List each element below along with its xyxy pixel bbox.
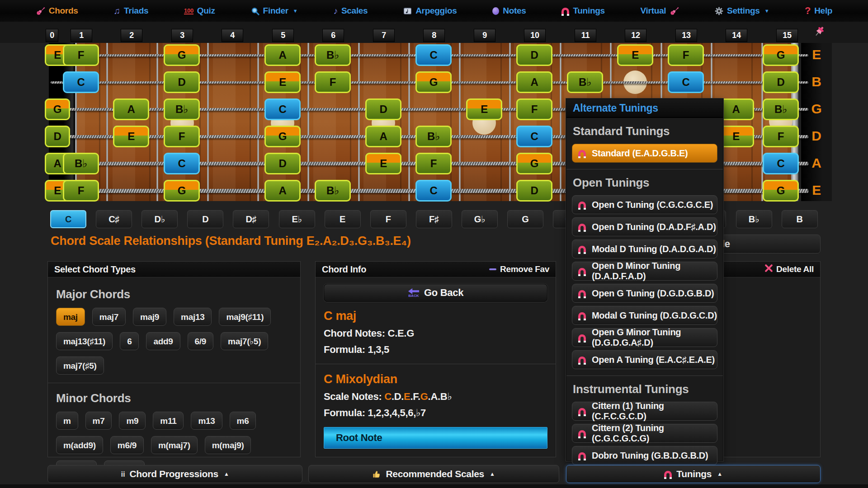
note-button-C[interactable]: C [50,210,86,228]
chord-type-m[interactable]: m [56,412,78,430]
fretboard-note-D-f15[interactable]: D [763,71,799,93]
nav-item-triads[interactable]: ♫Triads [113,6,148,16]
fretboard-note-G-f15[interactable]: G [763,180,799,202]
fretboard-note-E-f5[interactable]: E [264,71,301,93]
fretboard-note-A-f5[interactable]: A [264,44,301,66]
fretboard-note-G-f10[interactable]: G [516,153,552,174]
chord-type-m(maj9)[interactable]: m(maj9) [205,436,251,454]
tuning-item[interactable]: Open D Minor Tuning (D.A.D.F.A.D) [572,262,717,281]
nav-item-virtual[interactable]: Virtual [641,6,679,16]
fretboard-note-E-f12[interactable]: E [617,44,653,66]
fretboard-note-C-f1[interactable]: C [63,71,99,93]
nav-item-help[interactable]: ?Help [805,6,832,16]
fretboard-note-E-f7[interactable]: E [365,153,401,174]
fretboard-note-A-f14[interactable]: A [718,99,754,120]
bottom-button-tunings[interactable]: Tunings▲ [566,465,821,483]
nav-item-finder[interactable]: Finder▼ [251,6,298,16]
fretboard-note-F-f3[interactable]: F [164,126,200,147]
note-button-G[interactable]: G [507,210,543,228]
fretboard-note-G-f3[interactable]: G [164,44,200,66]
tuning-item[interactable]: Dobro Tuning (G.B.D.G.B.D) [572,446,717,465]
fretboard-note-F-f15[interactable]: F [763,126,799,147]
tuning-item[interactable]: Standard (E.A.D.G.B.E) [572,144,717,163]
fretboard-note-C-f8[interactable]: C [415,44,452,66]
chord-type-m7[interactable]: m7 [85,412,112,430]
fretboard-note-B♭-f8[interactable]: B♭ [415,126,452,147]
fretboard-note-B♭-f6[interactable]: B♭ [315,44,351,66]
nav-item-arpeggios[interactable]: Arpeggios [403,6,457,16]
chord-type-m6/9[interactable]: m6/9 [110,436,144,454]
tuning-item[interactable]: Open G Minor Tuning (D.G.D.G.A♯.D) [572,328,717,347]
chord-type-m9[interactable]: m9 [119,412,146,430]
note-button-B♭[interactable]: B♭ [736,210,772,228]
chord-type-m(maj7)[interactable]: m(maj7) [151,436,198,454]
fretboard-note-A-f7[interactable]: A [365,126,401,147]
chord-type-maj7[interactable]: maj7 [92,308,126,326]
fretboard-note-C-f5[interactable]: C [264,99,301,120]
fretboard-note-D-f10[interactable]: D [516,180,552,202]
tuning-item[interactable]: Open D Tuning (D.A.D.F♯.A.D) [572,217,717,236]
fretboard-note-A-f5[interactable]: A [264,180,301,202]
fretboard-note-C-f13[interactable]: C [668,71,704,93]
fretboard-note-G-f5[interactable]: G [264,126,301,147]
chord-type-maj7(♭5)[interactable]: maj7(♭5) [221,332,268,350]
pin-icon[interactable] [812,24,826,39]
chord-type-add9[interactable]: add9 [146,332,180,350]
note-button-D♯[interactable]: D♯ [233,210,269,228]
fretboard-note-A-f10[interactable]: A [516,71,552,93]
tuning-item[interactable]: Cittern (2) Tuning (C.G.C.G.C.G) [572,424,717,443]
fretboard-note-E-f2[interactable]: E [113,126,149,147]
fretboard-note-E-f9[interactable]: E [466,99,502,120]
chord-type-maj9(♯11)[interactable]: maj9(♯11) [219,308,271,326]
tuning-item[interactable]: Modal D Tuning (D.A.D.G.A.D) [572,239,717,258]
chord-type-m11[interactable]: m11 [153,412,184,430]
tuning-item[interactable]: Open C Tuning (C.G.C.G.C.E) [572,195,717,214]
fretboard-note-D-f7[interactable]: D [365,99,401,120]
tuning-item[interactable]: Open A Tuning (E.A.C♯.E.A.E) [572,350,717,369]
chord-type-maj13[interactable]: maj13 [174,308,212,326]
fretboard-note-C-f3[interactable]: C [164,153,200,174]
chord-type-maj[interactable]: maj [56,308,85,326]
fretboard-note-F-f10[interactable]: F [516,99,552,120]
fretboard-note-G-f15[interactable]: G [763,44,799,66]
chord-type-m6[interactable]: m6 [230,412,256,430]
fretboard-note-B♭-f6[interactable]: B♭ [315,180,351,202]
fretboard-note-F-f1[interactable]: F [63,44,99,66]
nav-item-chords[interactable]: Chords [36,6,78,16]
go-back-button[interactable]: BACK Go Back [324,284,547,302]
fretboard-note-G-f3[interactable]: G [164,180,200,202]
bottom-button-recommended-scales[interactable]: Recommended Scales▲ [308,465,559,483]
fretboard-note-G-f8[interactable]: G [415,71,452,93]
fretboard-note-C-f15[interactable]: C [763,153,799,174]
fretboard-note-C-f8[interactable]: C [415,180,452,202]
fretboard-note-E-f14[interactable]: E [718,126,754,147]
tuning-item[interactable]: Modal G Tuning (D.G.D.G.C.D) [572,306,717,325]
nav-item-scales[interactable]: ♪Scales [333,6,368,16]
note-button-F♯[interactable]: F♯ [416,210,452,228]
note-button-E♭[interactable]: E♭ [279,210,315,228]
note-button-C♯[interactable]: C♯ [96,210,132,228]
fretboard-note-C-f10[interactable]: C [516,126,552,147]
bottom-button-chord-progressions[interactable]: iiChord Progressions▲ [47,465,302,483]
chord-type-maj13(♯11)[interactable]: maj13(♯11) [56,332,113,350]
fretboard-note-F-f13[interactable]: F [668,44,704,66]
note-button-G♭[interactable]: G♭ [462,210,498,228]
chord-type-m(add9)[interactable]: m(add9) [56,436,103,454]
note-button-D♭[interactable]: D♭ [142,210,178,228]
tuning-item[interactable]: Open G Tuning (D.G.D.G.B.D) [572,284,717,303]
fretboard-note-F-f6[interactable]: F [315,71,351,93]
note-button-E[interactable]: E [325,210,361,228]
chord-type-maj9[interactable]: maj9 [133,308,166,326]
chord-type-6[interactable]: 6 [120,332,139,350]
fretboard-note-G-f0[interactable]: G [45,99,70,120]
fretboard-note-D-f5[interactable]: D [264,153,301,174]
delete-all-button[interactable]: Delete All [765,262,814,277]
remove-fav-button[interactable]: Remove Fav [489,262,549,277]
note-button-F[interactable]: F [370,210,406,228]
fretboard-note-F-f1[interactable]: F [63,180,99,202]
nav-item-settings[interactable]: Settings▼ [715,6,769,16]
chord-type-maj7(♯5)[interactable]: maj7(♯5) [56,357,104,375]
tuning-item[interactable]: Cittern (1) Tuning (C.F.C.G.C.D) [572,402,717,421]
fretboard-note-B♭-f1[interactable]: B♭ [63,153,99,174]
fretboard-note-B♭-f11[interactable]: B♭ [567,71,603,93]
